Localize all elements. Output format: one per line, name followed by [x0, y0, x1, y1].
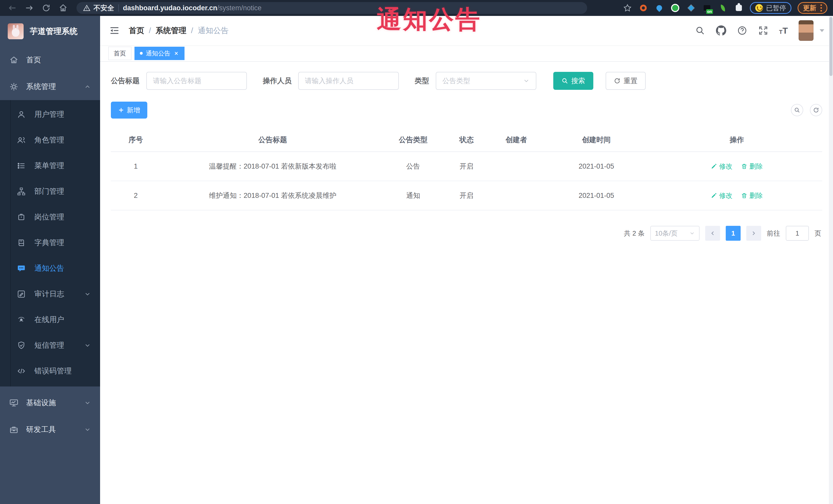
url-path: /system/notice: [217, 4, 262, 12]
user-icon: [17, 110, 26, 119]
chevron-down-icon: [84, 342, 91, 349]
chevron-down-icon: [523, 77, 530, 84]
browser-forward-icon[interactable]: [23, 2, 36, 14]
sidebar-item-posts[interactable]: 岗位管理: [0, 204, 100, 230]
refresh-table-button[interactable]: [810, 104, 822, 116]
browser-update-button[interactable]: 更新: [798, 2, 827, 14]
sidebar-item-menus[interactable]: 菜单管理: [0, 153, 100, 178]
sidebar: 芋道管理系统 首页 系统管理 用户管理 角色管理: [0, 16, 100, 504]
current-page-button[interactable]: 1: [726, 226, 741, 241]
breadcrumb-separator: /: [191, 26, 193, 35]
extension-blue-diamond-icon[interactable]: [686, 3, 696, 13]
cell-type: 通知: [385, 181, 442, 210]
prev-page-button[interactable]: [705, 226, 720, 241]
delete-link[interactable]: 删除: [741, 191, 763, 200]
toggle-search-button[interactable]: [791, 104, 803, 116]
edit-document-icon: [17, 290, 26, 298]
sidebar-item-label: 审计日志: [34, 289, 64, 299]
url-divider: [118, 4, 119, 11]
extension-on-badge: on: [706, 9, 713, 14]
monitor-chart-icon: [9, 398, 19, 408]
breadcrumb-system[interactable]: 系统管理: [156, 25, 186, 36]
bookmark-star-icon[interactable]: [623, 3, 632, 13]
trash-icon: [741, 192, 747, 199]
avatar-caret-icon[interactable]: [820, 29, 824, 32]
sidebar-item-departments[interactable]: 部门管理: [0, 178, 100, 204]
chevron-down-icon: [84, 426, 91, 433]
fullscreen-icon[interactable]: [758, 25, 768, 36]
page-size-value: 10条/页: [655, 229, 677, 238]
sidebar-item-audit-log[interactable]: 审计日志: [0, 281, 100, 307]
delete-link[interactable]: 删除: [741, 162, 763, 171]
cell-created: 2021-01-05: [541, 181, 651, 210]
app-logo-row[interactable]: 芋道管理系统: [0, 19, 100, 44]
browser-home-icon[interactable]: [56, 2, 70, 14]
sidebar-item-dev-tools[interactable]: 研发工具: [0, 416, 100, 443]
sidebar-item-error-codes[interactable]: 错误码管理: [0, 358, 100, 384]
not-secure-warning-icon: [83, 4, 90, 11]
extension-dark-stack-icon[interactable]: on: [702, 3, 712, 13]
tab-notices[interactable]: 通知公告: [135, 47, 185, 60]
goto-label: 前往: [767, 229, 780, 238]
user-avatar[interactable]: [799, 20, 813, 41]
add-button[interactable]: 新增: [111, 102, 147, 119]
goto-page-input[interactable]: [786, 226, 809, 241]
tab-home[interactable]: 首页: [108, 47, 132, 60]
extension-orange-ring-icon[interactable]: [639, 3, 648, 13]
browser-menu-icon[interactable]: [820, 4, 822, 11]
header-search-icon[interactable]: [695, 25, 705, 36]
sidebar-item-notices[interactable]: 通知公告: [0, 256, 100, 281]
browser-reload-icon[interactable]: [40, 2, 53, 14]
extension-green-leaf-icon[interactable]: [718, 3, 728, 13]
sidebar-item-users[interactable]: 用户管理: [0, 102, 100, 127]
column-header-type: 公告类型: [385, 127, 442, 152]
sidebar-item-home[interactable]: 首页: [0, 47, 100, 73]
page-scrollbar[interactable]: [829, 16, 833, 504]
tab-label: 首页: [114, 49, 126, 57]
address-bar[interactable]: 不安全 dashboard.yudao.iocoder.cn/system/no…: [76, 2, 587, 14]
github-icon[interactable]: [716, 25, 726, 36]
edit-link[interactable]: 修改: [711, 191, 732, 200]
help-icon[interactable]: [737, 25, 747, 36]
sidebar-item-system[interactable]: 系统管理: [0, 73, 100, 100]
search-form: 公告标题 操作人员 类型 公告类型 搜索 重置: [111, 72, 822, 90]
page-size-select[interactable]: 10条/页: [650, 226, 699, 241]
scrollbar-thumb[interactable]: [829, 17, 832, 76]
collapse-sidebar-icon[interactable]: [109, 25, 120, 36]
close-icon[interactable]: [173, 51, 179, 56]
notice-title-input[interactable]: [146, 72, 247, 90]
sidebar-item-online-users[interactable]: 在线用户: [0, 307, 100, 333]
notice-type-select[interactable]: 公告类型: [436, 72, 536, 90]
edit-link-label: 修改: [719, 191, 732, 200]
breadcrumb-home[interactable]: 首页: [129, 25, 144, 36]
edit-link-label: 修改: [719, 162, 732, 171]
sidebar-item-roles[interactable]: 角色管理: [0, 127, 100, 153]
search-button[interactable]: 搜索: [553, 72, 593, 90]
profile-paused-badge[interactable]: 已暂停: [750, 2, 791, 14]
extension-green-circle-icon[interactable]: [670, 3, 680, 13]
search-icon: [794, 107, 800, 113]
column-header-status: 状态: [442, 127, 492, 152]
system-submenu: 用户管理 角色管理 菜单管理 部门管理 岗位管理 字典管理: [0, 100, 100, 386]
sidebar-item-infrastructure[interactable]: 基础设施: [0, 389, 100, 416]
page-content: 公告标题 操作人员 类型 公告类型 搜索 重置: [100, 62, 833, 504]
browser-back-icon[interactable]: [6, 2, 19, 14]
operator-input[interactable]: [298, 72, 399, 90]
reset-button[interactable]: 重置: [605, 72, 646, 90]
sidebar-item-dictionary[interactable]: 字典管理: [0, 230, 100, 256]
cell-status: 开启: [442, 152, 492, 181]
edit-link[interactable]: 修改: [711, 162, 732, 171]
cell-title: 温馨提醒：2018-07-01 若依新版本发布啦: [161, 152, 385, 181]
next-page-button[interactable]: [746, 226, 761, 241]
extension-puzzle-icon[interactable]: [734, 3, 744, 13]
cell-title: 维护通知：2018-07-01 若依系统凌晨维护: [161, 181, 385, 210]
column-header-creator: 创建者: [492, 127, 541, 152]
tab-label: 通知公告: [146, 49, 170, 57]
extension-blue-pin-icon[interactable]: [654, 3, 664, 13]
table-row: 1 温馨提醒：2018-07-01 若依新版本发布啦 公告 开启 2021-01…: [111, 152, 822, 181]
sidebar-item-sms[interactable]: 短信管理: [0, 333, 100, 358]
cell-no: 2: [111, 181, 161, 210]
font-size-icon[interactable]: TT: [779, 26, 788, 35]
breadcrumb: 首页 / 系统管理 / 通知公告: [129, 25, 229, 36]
app-title: 芋道管理系统: [30, 26, 77, 37]
